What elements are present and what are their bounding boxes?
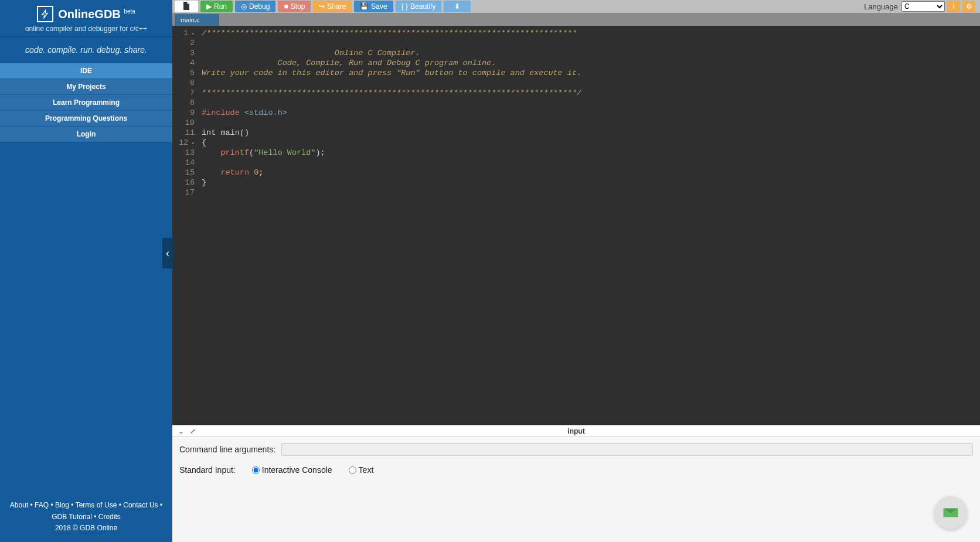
footer-faq[interactable]: FAQ	[35, 501, 49, 509]
footer-contact[interactable]: Contact Us	[123, 501, 158, 509]
nav-questions[interactable]: Programming Questions	[0, 110, 172, 126]
stdin-interactive-radio[interactable]	[252, 466, 260, 474]
save-icon: 💾	[360, 2, 369, 11]
sidebar-nav: IDE My Projects Learn Programming Progra…	[0, 63, 172, 142]
stdin-interactive-option[interactable]: Interactive Console	[252, 465, 332, 475]
new-file-button[interactable]	[175, 1, 198, 12]
toolbar: ▶ Run ◎ Debug ■ Stop ↪ Share 💾 Save { } …	[172, 0, 980, 13]
target-icon: ◎	[241, 2, 247, 11]
footer-copyright: 2018 © GDB Online	[5, 523, 168, 534]
share-button[interactable]: ↪ Share	[313, 1, 352, 12]
cmd-args-label: Command line arguments:	[179, 445, 275, 454]
main-area: ▶ Run ◎ Debug ■ Stop ↪ Share 💾 Save { } …	[172, 0, 980, 542]
brand-name: OnlineGDB beta	[58, 8, 135, 21]
save-button[interactable]: 💾 Save	[354, 1, 393, 12]
stop-icon: ■	[284, 2, 288, 11]
input-panel: ⌄ ⤢ input Command line arguments: Standa…	[172, 425, 980, 542]
stdin-label: Standard Input:	[179, 465, 236, 475]
panel-expand-button[interactable]: ⤢	[190, 427, 196, 435]
run-button[interactable]: ▶ Run	[200, 1, 233, 12]
logo-area: OnlineGDB beta online compiler and debug…	[0, 0, 172, 36]
beautify-button[interactable]: { } Beautify	[396, 1, 442, 12]
footer-blog[interactable]: Blog	[55, 501, 69, 509]
logo-icon	[37, 6, 53, 22]
tab-bar: main.c	[172, 13, 980, 26]
stdin-text-radio[interactable]	[349, 466, 356, 474]
footer-about[interactable]: About	[10, 501, 28, 509]
chevron-left-icon: ‹	[166, 247, 169, 260]
envelope-icon	[942, 504, 959, 521]
sidebar: OnlineGDB beta online compiler and debug…	[0, 0, 172, 542]
stdin-text-option[interactable]: Text	[349, 465, 374, 475]
panel-title: input	[567, 427, 584, 435]
sidebar-footer: About • FAQ • Blog • Terms of Use • Cont…	[0, 494, 172, 542]
language-label: Language	[864, 2, 898, 11]
debug-button[interactable]: ◎ Debug	[235, 1, 275, 12]
file-icon	[183, 2, 190, 12]
line-gutter: 1234567891011121314151617	[172, 26, 198, 425]
code-content[interactable]: /***************************************…	[198, 26, 980, 425]
gear-icon: ⚙	[966, 2, 972, 11]
brand-subtitle: online compiler and debugger for c/c++	[0, 25, 172, 33]
download-icon: ⬇	[454, 2, 460, 11]
tagline: code. compile. run. debug. share.	[0, 36, 172, 63]
download-button[interactable]: ⬇	[444, 1, 471, 12]
footer-credits[interactable]: Credits	[98, 513, 121, 521]
share-icon: ↪	[319, 2, 325, 11]
nav-learn[interactable]: Learn Programming	[0, 94, 172, 110]
settings-button[interactable]: ⚙	[962, 1, 975, 12]
panel-collapse-button[interactable]: ⌄	[178, 427, 184, 435]
tab-main[interactable]: main.c	[175, 14, 219, 26]
info-icon: i	[953, 2, 955, 11]
stop-button[interactable]: ■ Stop	[278, 1, 311, 12]
nav-ide[interactable]: IDE	[0, 63, 172, 79]
cmd-args-input[interactable]	[281, 443, 973, 456]
chat-button[interactable]	[934, 496, 967, 529]
info-button[interactable]: i	[947, 1, 960, 12]
footer-terms[interactable]: Terms of Use	[76, 501, 117, 509]
nav-projects[interactable]: My Projects	[0, 79, 172, 94]
braces-icon: { }	[401, 2, 408, 11]
sidebar-collapse-button[interactable]: ‹	[162, 238, 173, 268]
footer-tutorial[interactable]: GDB Tutorial	[52, 513, 92, 521]
play-icon: ▶	[206, 2, 212, 11]
code-editor[interactable]: 1234567891011121314151617 /*************…	[172, 26, 980, 425]
panel-header: ⌄ ⤢ input	[172, 425, 980, 437]
expand-icon: ⤢	[190, 427, 196, 435]
chevron-down-icon: ⌄	[178, 427, 184, 435]
nav-login[interactable]: Login	[0, 126, 172, 142]
language-select[interactable]: C	[901, 1, 945, 12]
